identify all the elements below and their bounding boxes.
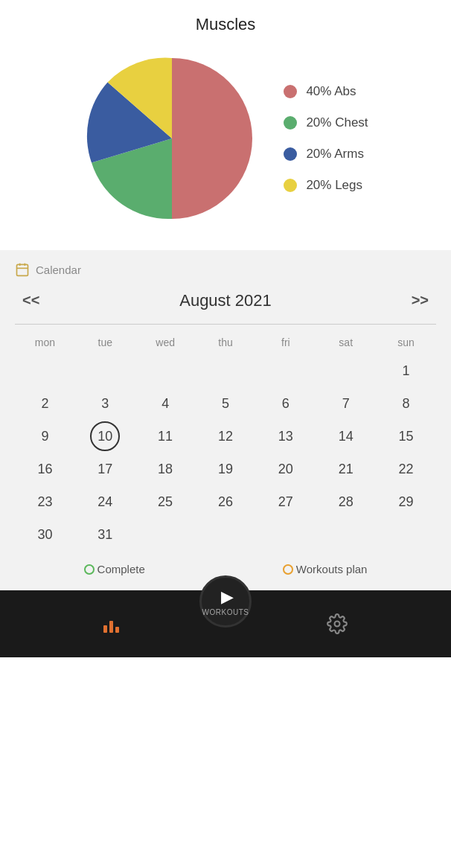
legend-item-chest: 20% Chest: [284, 115, 368, 130]
day-cell-29[interactable]: 29: [376, 485, 436, 518]
status-legend-row: Complete Workouts plan: [15, 563, 436, 575]
calendar-grid: mon tue wed thu fri sat sun - - - - - - …: [15, 331, 436, 551]
legs-dot: [284, 179, 297, 192]
day-cell-30[interactable]: 30: [15, 518, 75, 551]
plan-dot: [283, 564, 293, 575]
prev-month-button[interactable]: <<: [15, 289, 47, 312]
arms-label: 20% Arms: [306, 147, 363, 162]
legs-label: 20% Legs: [306, 178, 362, 193]
abs-dot: [284, 85, 297, 98]
day-cell-24[interactable]: 24: [75, 485, 135, 518]
day-cell-empty-6: -: [316, 354, 376, 387]
stats-nav-item[interactable]: [103, 615, 119, 633]
day-cell-28[interactable]: 28: [316, 485, 376, 518]
day-cell-5[interactable]: 5: [196, 387, 256, 420]
workouts-button[interactable]: ▶ WORKOUTS: [199, 575, 252, 628]
calendar-section: Calendar << August 2021 >> mon tue wed t…: [0, 250, 451, 590]
settings-nav-item[interactable]: [327, 613, 348, 634]
day-cell-empty-1: -: [15, 354, 75, 387]
next-month-button[interactable]: >>: [404, 289, 436, 312]
day-cell-7[interactable]: 7: [316, 387, 376, 420]
day-cell-21[interactable]: 21: [316, 453, 376, 485]
stats-icon: [103, 615, 119, 633]
day-cell-13[interactable]: 13: [255, 420, 316, 453]
svg-rect-0: [17, 264, 28, 275]
day-cell-26[interactable]: 26: [196, 485, 256, 518]
plan-label: Workouts plan: [296, 563, 368, 575]
chest-dot: [284, 116, 297, 130]
complete-label: Complete: [97, 563, 145, 575]
legend-item-abs: 40% Abs: [284, 84, 368, 99]
day-cell-18[interactable]: 18: [135, 453, 196, 485]
day-header-mon: mon: [15, 331, 75, 354]
calendar-label: Calendar: [36, 264, 81, 276]
gear-icon: [327, 613, 348, 634]
bottom-nav: ▶ WORKOUTS: [0, 590, 451, 657]
chart-container: 40% Abs 20% Chest 20% Arms 20% Legs: [0, 49, 451, 228]
abs-label: 40% Abs: [306, 84, 356, 99]
calendar-divider: [15, 324, 436, 325]
complete-legend: Complete: [84, 563, 145, 575]
day-header-sun: sun: [376, 331, 436, 354]
day-cell-20[interactable]: 20: [255, 453, 316, 485]
month-year-label: August 2021: [179, 291, 272, 310]
day-cell-8[interactable]: 8: [376, 387, 436, 420]
legend-item-legs: 20% Legs: [284, 178, 368, 193]
day-cell-19[interactable]: 19: [196, 453, 256, 485]
calendar-icon: [15, 262, 30, 277]
day-cell-4[interactable]: 4: [135, 387, 196, 420]
day-cell-15[interactable]: 15: [376, 420, 436, 453]
day-cell-12[interactable]: 12: [196, 420, 256, 453]
calendar-header: Calendar: [15, 262, 436, 277]
day-cell-6[interactable]: 6: [255, 387, 316, 420]
day-cell-empty-8: -: [196, 518, 256, 551]
day-cell-2[interactable]: 2: [15, 387, 75, 420]
day-cell-17[interactable]: 17: [75, 453, 135, 485]
arms-dot: [284, 147, 297, 161]
day-cell-9[interactable]: 9: [15, 420, 75, 453]
day-cell-25[interactable]: 25: [135, 485, 196, 518]
day-cell-empty-11: -: [376, 518, 436, 551]
day-cell-23[interactable]: 23: [15, 485, 75, 518]
day-header-tue: tue: [75, 331, 135, 354]
day-cell-1[interactable]: 1: [376, 354, 436, 387]
day-cell-14[interactable]: 14: [316, 420, 376, 453]
day-cell-31[interactable]: 31: [75, 518, 135, 551]
chart-legend: 40% Abs 20% Chest 20% Arms 20% Legs: [284, 84, 368, 193]
day-cell-11[interactable]: 11: [135, 420, 196, 453]
day-header-thu: thu: [196, 331, 256, 354]
day-cell-22[interactable]: 22: [376, 453, 436, 485]
svg-point-4: [334, 622, 339, 627]
legend-item-arms: 20% Arms: [284, 147, 368, 162]
day-cell-empty-3: -: [135, 354, 196, 387]
plan-legend: Workouts plan: [283, 563, 368, 575]
day-cell-empty-5: -: [255, 354, 316, 387]
day-cell-27[interactable]: 27: [255, 485, 316, 518]
calendar-nav: << August 2021 >>: [15, 289, 436, 312]
day-cell-empty-4: -: [196, 354, 256, 387]
day-cell-16[interactable]: 16: [15, 453, 75, 485]
day-cell-empty-9: -: [255, 518, 316, 551]
day-cell-empty-10: -: [316, 518, 376, 551]
top-section: Muscles 40% Abs 20% Chest: [0, 0, 451, 250]
page-title: Muscles: [0, 15, 451, 34]
pie-chart: [83, 49, 261, 228]
day-header-fri: fri: [255, 331, 316, 354]
workouts-label: WORKOUTS: [202, 608, 249, 616]
day-header-sat: sat: [316, 331, 376, 354]
day-cell-3[interactable]: 3: [75, 387, 135, 420]
day-header-wed: wed: [135, 331, 196, 354]
day-cell-10-today[interactable]: 10: [75, 420, 135, 453]
play-icon: ▶: [221, 587, 234, 607]
day-cell-empty-7: -: [135, 518, 196, 551]
chest-label: 20% Chest: [306, 115, 368, 130]
day-cell-empty-2: -: [75, 354, 135, 387]
complete-dot: [84, 564, 95, 575]
